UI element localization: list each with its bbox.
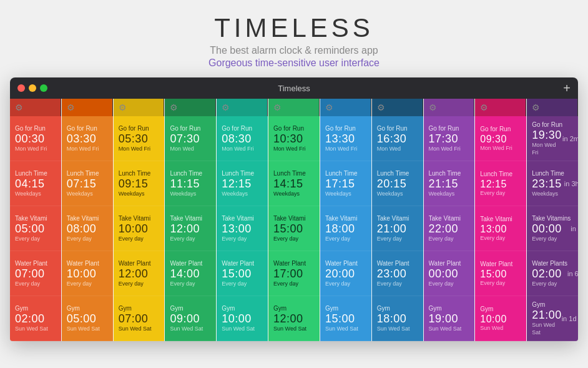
gear-icon[interactable]: ⚙ [480, 102, 488, 112]
card-6-2[interactable]: Take Vitami18:00Every day [320, 206, 371, 251]
card-countdown: in 1d 1h 32m [562, 315, 578, 322]
column-1: ⚙Go for Run03:30Mon Wed FriLunch Time07:… [62, 99, 114, 341]
card-3-4[interactable]: Gym09:00Sun Wed Sat [165, 296, 216, 341]
toolbar-cell-10: ⚙ [527, 99, 578, 116]
card-3-2[interactable]: Take Vitami12:00Every day [165, 206, 216, 251]
column-0: ⚙Go for Run00:30Mon Wed FriLunch Time04:… [10, 99, 62, 341]
card-2-2[interactable]: Take Vitami10:00Every day [114, 206, 165, 251]
card-8-3[interactable]: Water Plant00:00Every day [424, 251, 475, 296]
card-time: 07:00 [15, 267, 56, 281]
gear-icon[interactable]: ⚙ [170, 102, 178, 112]
card-name: Take Vitamins [532, 214, 571, 222]
app-title: TIMELESS [12, 14, 576, 42]
card-8-4[interactable]: Gym19:00Sun Wed Sat [424, 296, 475, 341]
card-6-3[interactable]: Water Plant20:00Every day [320, 251, 371, 296]
card-time: 13:00 [480, 223, 521, 235]
card-days: Every day [532, 281, 567, 288]
card-9-3[interactable]: Water Plant15:00Every day [475, 251, 526, 296]
header-subtitle2: Gorgeous time-sensitive user interface [12, 57, 576, 69]
card-9-1[interactable]: Lunch Time12:15Every day [475, 161, 526, 206]
card-name: Go for Run [67, 124, 108, 132]
card-1-0[interactable]: Go for Run03:30Mon Wed Fri [62, 116, 113, 161]
gear-icon[interactable]: ⚙ [532, 102, 540, 112]
card-time: 05:30 [119, 132, 160, 146]
card-1-1[interactable]: Lunch Time07:15Weekdays [62, 161, 113, 206]
card-8-0[interactable]: Go for Run17:30Mon Wed Fri [424, 116, 475, 161]
card-days: Every day [377, 236, 418, 243]
card-7-2[interactable]: Take Vitami21:00Every day [372, 206, 423, 251]
card-time: 22:00 [429, 222, 470, 236]
card-8-2[interactable]: Take Vitami22:00Every day [424, 206, 475, 251]
gear-icon[interactable]: ⚙ [377, 102, 385, 112]
card-0-4[interactable]: Gym02:00Sun Wed Sat [10, 296, 61, 341]
card-name: Lunch Time [377, 169, 418, 177]
gear-icon[interactable]: ⚙ [273, 102, 282, 112]
gear-icon[interactable]: ⚙ [119, 102, 127, 112]
card-9-4[interactable]: Gym10:00Sun Wed [475, 296, 526, 341]
card-3-0[interactable]: Go for Run07:30Mon Wed [165, 116, 216, 161]
card-10-2[interactable]: Take Vitamins00:00Every dayin 4h 32m [527, 206, 578, 251]
card-name: Go for Run [325, 124, 366, 132]
card-3-3[interactable]: Water Plant14:00Every day [165, 251, 216, 296]
card-5-1[interactable]: Lunch Time14:15Weekdays [268, 161, 320, 206]
card-4-0[interactable]: Go for Run08:30Mon Wed Fri [217, 116, 268, 161]
card-0-0[interactable]: Go for Run00:30Mon Wed Fri [10, 116, 61, 161]
card-2-3[interactable]: Water Plant12:00Every day [114, 251, 165, 296]
gear-icon[interactable]: ⚙ [15, 102, 23, 112]
card-6-1[interactable]: Lunch Time17:15Weekdays [320, 161, 371, 206]
card-name: Take Vitami [119, 214, 160, 222]
gear-icon[interactable]: ⚙ [325, 102, 333, 112]
card-5-2[interactable]: Take Vitami15:00Every day [268, 206, 320, 251]
card-5-4[interactable]: Gym12:00Sun Wed Sat [268, 296, 320, 341]
card-8-1[interactable]: Lunch Time21:15Weekdays [424, 161, 475, 206]
card-name: Take Vitami [480, 215, 521, 223]
card-2-0[interactable]: Go for Run05:30Mon Wed Fri [114, 116, 165, 161]
card-time: 13:30 [325, 132, 366, 146]
card-1-4[interactable]: Gym05:00Sun Wed Sat [62, 296, 113, 341]
card-days: Sun Wed Sat [377, 326, 418, 333]
card-7-3[interactable]: Water Plant23:00Every day [372, 251, 423, 296]
card-0-2[interactable]: Take Vitami05:00Every day [10, 206, 61, 251]
toolbar-cell-3: ⚙ [165, 99, 216, 116]
card-0-1[interactable]: Lunch Time04:15Weekdays [10, 161, 61, 206]
card-name: Take Vitami [222, 214, 263, 222]
card-4-1[interactable]: Lunch Time12:15Weekdays [217, 161, 268, 206]
card-time: 20:15 [377, 177, 418, 191]
card-10-4[interactable]: Gym21:00Sun Wed Satin 1d 1h 32m [527, 296, 578, 341]
add-alarm-button[interactable]: + [563, 82, 571, 94]
card-5-3[interactable]: Water Plant17:00Every day [268, 251, 320, 296]
card-9-2[interactable]: Take Vitami13:00Every day [475, 206, 526, 251]
card-10-1[interactable]: Lunch Time23:15Weekdaysin 3h 47m [527, 161, 578, 206]
card-4-2[interactable]: Take Vitami13:00Every day [217, 206, 268, 251]
card-10-3[interactable]: Water Plants02:00Every dayin 6h 32m [527, 251, 578, 296]
gear-icon[interactable]: ⚙ [222, 102, 230, 112]
card-days: Mon Wed Fri [119, 146, 160, 153]
card-3-1[interactable]: Lunch Time11:15Weekdays [165, 161, 216, 206]
card-days: Every day [67, 236, 108, 243]
card-4-4[interactable]: Gym10:00Sun Wed Sat [217, 296, 268, 341]
card-0-3[interactable]: Water Plant07:00Every day [10, 251, 61, 296]
card-2-4[interactable]: Gym07:00Sun Wed Sat [114, 296, 165, 341]
card-2-1[interactable]: Lunch Time09:15Weekdays [114, 161, 165, 206]
card-7-4[interactable]: Gym18:00Sun Wed Sat [372, 296, 423, 341]
card-time: 13:00 [222, 222, 263, 236]
card-4-3[interactable]: Water Plant15:00Every day [217, 251, 268, 296]
gear-icon[interactable]: ⚙ [429, 102, 437, 112]
close-button[interactable] [17, 84, 25, 92]
card-6-0[interactable]: Go for Run13:30Mon Wed Fri [320, 116, 371, 161]
card-time: 03:30 [67, 132, 108, 146]
card-name: Take Vitami [325, 214, 366, 222]
card-7-1[interactable]: Lunch Time20:15Weekdays [372, 161, 423, 206]
card-7-0[interactable]: Go for Run16:30Mon Wed [372, 116, 423, 161]
card-1-3[interactable]: Water Plant10:00Every day [62, 251, 113, 296]
card-6-4[interactable]: Gym15:00Sun Wed Sat [320, 296, 371, 341]
gear-icon[interactable]: ⚙ [67, 102, 75, 112]
minimize-button[interactable] [29, 84, 36, 92]
card-10-0[interactable]: Go for Run19:30Mon Wed Friin 2m [527, 116, 578, 161]
card-time: 10:00 [222, 312, 263, 326]
card-time: 12:15 [222, 177, 263, 191]
card-5-0[interactable]: Go for Run10:30Mon Wed Fri [268, 116, 320, 161]
maximize-button[interactable] [40, 84, 47, 92]
card-1-2[interactable]: Take Vitami08:00Every day [62, 206, 113, 251]
card-9-0[interactable]: Go for Run09:30Mon Wed Fri [475, 116, 526, 161]
